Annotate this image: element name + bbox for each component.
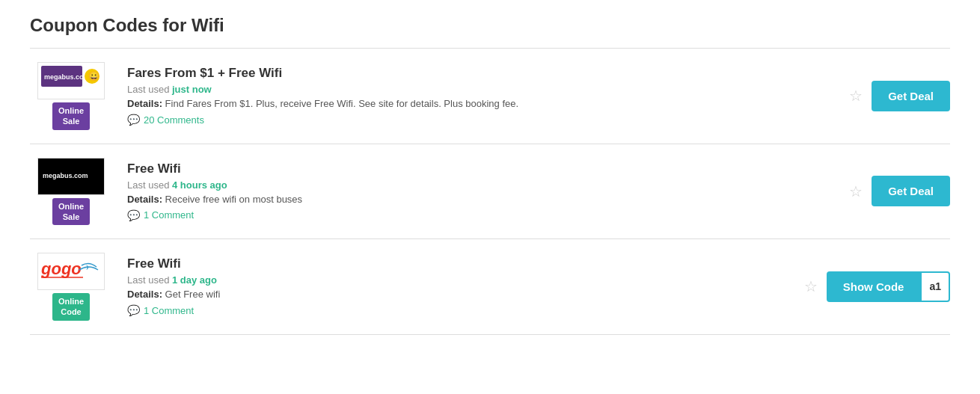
list-item: megabus.com OnlineSale Free Wifi Last us… <box>30 144 950 240</box>
coupon-badge: OnlineSale <box>52 102 90 130</box>
favorite-star-icon[interactable]: ☆ <box>804 277 818 295</box>
logo-image: megabus.com <box>37 158 105 195</box>
coupon-info: Free Wifi Last used 1 day ago Details: G… <box>127 256 789 316</box>
list-item: megabus.com 😀 OnlineSale Fares From $1 +… <box>30 49 950 144</box>
coupon-title: Free Wifi <box>127 161 834 176</box>
show-code-button[interactable]: Show Code <box>827 271 921 302</box>
details-label: Details: <box>127 194 162 205</box>
get-deal-button[interactable]: Get Deal <box>872 176 950 206</box>
favorite-star-icon[interactable]: ☆ <box>849 182 863 200</box>
coupon-comments: 💬 1 Comment <box>127 304 789 316</box>
coupon-actions: ☆ Get Deal <box>849 176 950 206</box>
coupon-info: Fares From $1 + Free Wifi Last used just… <box>127 66 834 126</box>
get-deal-button[interactable]: Get Deal <box>872 81 950 111</box>
coupon-last-used: Last used 1 day ago <box>127 274 789 286</box>
svg-text:gogo: gogo <box>40 259 82 278</box>
last-used-highlight: just now <box>172 84 212 95</box>
coupon-title: Free Wifi <box>127 256 789 271</box>
logo-image: megabus.com 😀 <box>37 62 105 99</box>
coupon-last-used: Last used just now <box>127 84 834 95</box>
comments-count: 1 Comment <box>144 305 194 316</box>
coupon-details: Details: Find Fares From $1. Plus, recei… <box>127 98 834 109</box>
page-container: Coupon Codes for Wifi megabus.com 😀 Onli… <box>0 0 980 350</box>
last-used-highlight: 1 day ago <box>172 274 217 286</box>
coupon-actions: ☆ Get Deal <box>849 81 950 111</box>
last-used-highlight: 4 hours ago <box>172 179 227 191</box>
svg-text:😀: 😀 <box>88 70 99 81</box>
coupon-details: Details: Get Free wifi <box>127 289 789 300</box>
show-code-wrap: Show Code a1 <box>827 271 950 302</box>
coupon-logo-wrap: megabus.com 😀 OnlineSale <box>30 62 112 130</box>
coupon-comments: 💬 1 Comment <box>127 209 834 221</box>
svg-text:megabus.com: megabus.com <box>43 172 88 179</box>
svg-text:megabus.com: megabus.com <box>44 73 90 81</box>
coupon-logo-wrap: megabus.com OnlineSale <box>30 158 112 226</box>
coupon-badge: OnlineCode <box>52 293 90 321</box>
coupon-actions: ☆ Show Code a1 <box>804 271 950 302</box>
coupon-details: Details: Receive free wifi on most buses <box>127 194 834 205</box>
code-reveal: a1 <box>920 271 950 302</box>
details-label: Details: <box>127 98 162 109</box>
coupon-comments: 💬 20 Comments <box>127 114 834 126</box>
coupon-info: Free Wifi Last used 4 hours ago Details:… <box>127 161 834 221</box>
page-title: Coupon Codes for Wifi <box>30 15 950 36</box>
comment-icon: 💬 <box>127 209 140 221</box>
coupon-title: Fares From $1 + Free Wifi <box>127 66 834 81</box>
favorite-star-icon[interactable]: ☆ <box>849 87 863 105</box>
coupon-last-used: Last used 4 hours ago <box>127 179 834 191</box>
coupon-list: megabus.com 😀 OnlineSale Fares From $1 +… <box>30 49 950 335</box>
logo-image: gogo ✈ <box>37 253 105 290</box>
details-label: Details: <box>127 289 162 300</box>
comments-count: 20 Comments <box>144 114 204 126</box>
comments-count: 1 Comment <box>144 209 194 221</box>
coupon-logo-wrap: gogo ✈ OnlineCode <box>30 253 112 321</box>
list-item: gogo ✈ OnlineCode Free Wifi Last used 1 … <box>30 239 950 335</box>
coupon-badge: OnlineSale <box>52 198 90 226</box>
comment-icon: 💬 <box>127 304 140 316</box>
comment-icon: 💬 <box>127 114 140 126</box>
